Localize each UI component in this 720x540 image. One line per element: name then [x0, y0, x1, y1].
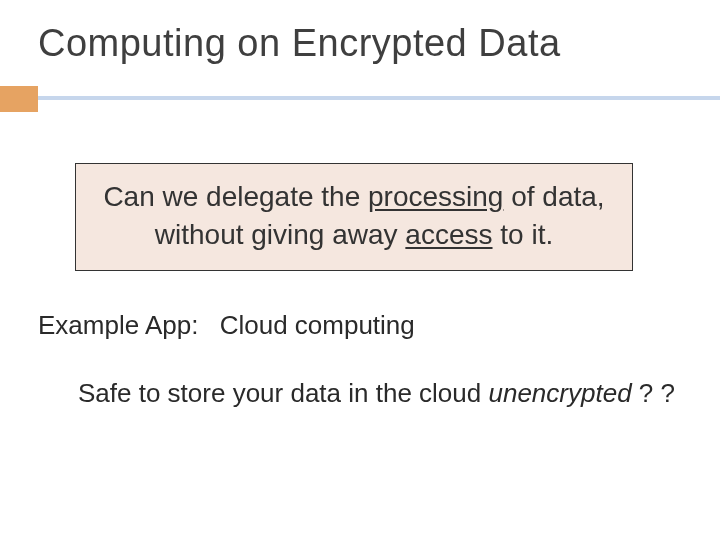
- slide-title: Computing on Encrypted Data: [38, 22, 561, 65]
- rule-accent-block: [0, 86, 38, 112]
- body-post: ? ?: [632, 378, 675, 408]
- rule-line: [0, 96, 720, 100]
- callout-l2-underline: access: [405, 219, 492, 250]
- title-rule: [0, 86, 720, 112]
- slide: Computing on Encrypted Data Can we deleg…: [0, 0, 720, 540]
- callout-l1-pre: Can we delegate the: [103, 181, 368, 212]
- body-text: Safe to store your data in the cloud une…: [78, 378, 675, 409]
- callout-l1-post: of data,: [503, 181, 604, 212]
- callout-box: Can we delegate the processing of data, …: [75, 163, 633, 271]
- callout-line-2: without giving away access to it.: [86, 216, 622, 254]
- body-pre: Safe to store your data in the cloud: [78, 378, 488, 408]
- example-label: Example App:: [38, 310, 198, 340]
- callout-l1-underline: processing: [368, 181, 503, 212]
- callout-l2-post: to it.: [493, 219, 554, 250]
- body-italic: unencrypted: [488, 378, 631, 408]
- callout-line-1: Can we delegate the processing of data,: [86, 178, 622, 216]
- callout-l2-pre: without giving away: [155, 219, 406, 250]
- example-value: Cloud computing: [220, 310, 415, 340]
- example-row: Example App: Cloud computing: [38, 310, 415, 341]
